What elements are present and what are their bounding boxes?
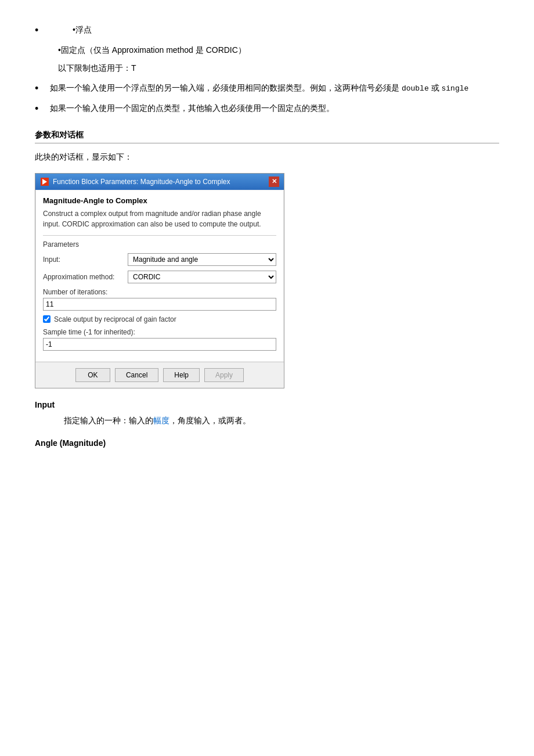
fixed-point-label: •固定点（仅当 Approximation method 是 CORDIC） <box>58 44 499 56</box>
input-label: Input: <box>43 255 124 264</box>
section-desc: 此块的对话框，显示如下： <box>35 150 499 163</box>
approx-select[interactable]: CORDIC None <box>128 271 276 283</box>
function-block-dialog: Function Block Parameters: Magnitude-Ang… <box>35 173 284 388</box>
ok-button[interactable]: OK <box>75 368 110 382</box>
input-section-title: Input <box>35 400 499 409</box>
dialog-description: Construct a complex output from magnitud… <box>43 208 276 229</box>
dialog-separator <box>43 235 276 236</box>
dialog-titlebar-left: Function Block Parameters: Magnitude-Ang… <box>40 177 230 186</box>
cancel-button[interactable]: Cancel <box>115 368 158 382</box>
angle-magnitude-section: Angle (Magnitude) <box>35 438 499 448</box>
dialog-titlebar: Function Block Parameters: Magnitude-Ang… <box>35 174 284 190</box>
main-bullet-list: • 如果一个输入使用一个浮点型的另一输入端，必须使用相同的数据类型。例如，这两种… <box>35 81 499 116</box>
section-title: 参数和对话框 <box>35 130 499 143</box>
dialog-close-button[interactable]: ✕ <box>269 177 279 187</box>
input-section: Input 指定输入的一种：输入的幅度，角度输入，或两者。 <box>35 400 499 427</box>
apply-button[interactable]: Apply <box>204 368 244 382</box>
bullet-item-float: • •浮点 <box>35 23 499 38</box>
approx-label: Approximation method: <box>43 273 124 281</box>
bullet-dot-float: • <box>35 23 46 38</box>
iterations-label: Number of iterations: <box>43 288 276 296</box>
amplitude-link[interactable]: 幅度 <box>153 416 169 425</box>
input-select[interactable]: Magnitude and angle Magnitude only Angle… <box>128 253 276 266</box>
bullet-text-1: 如果一个输入使用一个浮点型的另一输入端，必须使用相同的数据类型。例如，这两种信号… <box>50 81 499 95</box>
top-bullet-section: • •浮点 •固定点（仅当 Approximation method 是 COR… <box>35 23 499 74</box>
float-label: •浮点 <box>73 25 92 34</box>
approx-field-row: Approximation method: CORDIC None <box>43 271 276 283</box>
sample-time-input[interactable] <box>43 338 276 351</box>
dialog-body: Magnitude-Angle to Complex Construct a c… <box>36 190 283 361</box>
simulink-icon <box>40 177 49 186</box>
help-button[interactable]: Help <box>163 368 200 382</box>
params-dialog-section-header: 参数和对话框 <box>35 130 499 143</box>
bullet-dot-1: • <box>35 81 46 96</box>
bullet-dot-2: • <box>35 102 46 116</box>
iterations-row: Number of iterations: <box>43 288 276 311</box>
bullet-item-1: • 如果一个输入使用一个浮点型的另一输入端，必须使用相同的数据类型。例如，这两种… <box>35 81 499 96</box>
checkbox-row: Scale output by reciprocal of gain facto… <box>43 315 276 323</box>
scale-output-checkbox[interactable] <box>43 315 50 323</box>
checkbox-label: Scale output by reciprocal of gain facto… <box>54 315 176 323</box>
dialog-wrapper: Function Block Parameters: Magnitude-Ang… <box>35 173 499 388</box>
bullet-item-2: • 如果一个输入使用一个固定的点类型，其他输入也必须使用一个固定点的类型。 <box>35 102 499 116</box>
input-section-body: 指定输入的一种：输入的幅度，角度输入，或两者。 <box>64 414 499 427</box>
input-field-row: Input: Magnitude and angle Magnitude onl… <box>43 253 276 266</box>
constraint-label: 以下限制也适用于：T <box>58 62 499 74</box>
sample-time-label: Sample time (-1 for inherited): <box>43 328 276 336</box>
iterations-input[interactable] <box>43 298 276 311</box>
dialog-params-label: Parameters <box>43 240 276 249</box>
dialog-buttons-bar: OK Cancel Help Apply <box>35 362 284 388</box>
sample-time-row: Sample time (-1 for inherited): <box>43 328 276 351</box>
dialog-block-name: Magnitude-Angle to Complex <box>43 196 276 205</box>
dialog-title: Function Block Parameters: Magnitude-Ang… <box>53 178 230 186</box>
bullet-text-2: 如果一个输入使用一个固定的点类型，其他输入也必须使用一个固定点的类型。 <box>50 102 499 114</box>
angle-magnitude-title: Angle (Magnitude) <box>35 438 499 448</box>
